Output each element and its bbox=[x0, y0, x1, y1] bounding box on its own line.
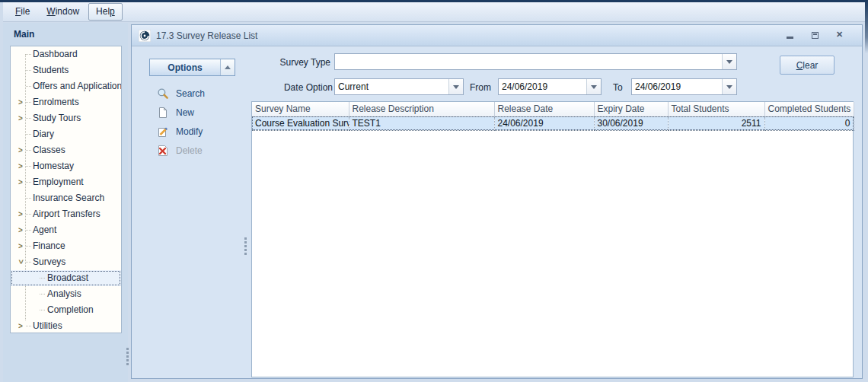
sidebar-item-diary[interactable]: Diary bbox=[11, 126, 121, 142]
chevron-down-icon bbox=[726, 60, 732, 64]
date-option-input[interactable] bbox=[335, 79, 448, 94]
options-splitter-handle[interactable] bbox=[244, 237, 247, 255]
chevron-right-icon: > bbox=[15, 238, 26, 254]
chevron-down-icon bbox=[726, 85, 732, 89]
restore-icon[interactable] bbox=[811, 31, 820, 40]
survey-release-grid: Survey Name Release Description Release … bbox=[251, 101, 854, 377]
column-header-expiry-date[interactable]: Expiry Date bbox=[594, 102, 668, 116]
sidebar-title: Main bbox=[3, 23, 128, 45]
sidebar-item-enrolments[interactable]: >Enrolments bbox=[11, 94, 121, 110]
chevron-right-icon: > bbox=[15, 94, 26, 110]
close-icon[interactable] bbox=[836, 31, 845, 40]
chevron-down-icon bbox=[591, 85, 597, 89]
cell-expiry-date: 30/06/2019 bbox=[594, 116, 668, 130]
sidebar: Main Dashboard Students Offers and Appli… bbox=[3, 23, 128, 382]
cell-release-description: TEST1 bbox=[349, 116, 494, 130]
sidebar-item-airport-transfers[interactable]: >Airport Transfers bbox=[11, 206, 121, 222]
app-window: File Window Help Main Dashboard Students… bbox=[0, 0, 868, 382]
sidebar-item-classes[interactable]: >Classes bbox=[11, 142, 121, 158]
window-controls bbox=[786, 31, 862, 40]
chevron-right-icon: > bbox=[15, 158, 26, 174]
survey-logo-icon bbox=[139, 30, 151, 42]
survey-release-list-panel: 17.3 Survey Release List Options bbox=[131, 24, 863, 379]
sidebar-item-dashboard[interactable]: Dashboard bbox=[11, 46, 121, 62]
to-date-input[interactable] bbox=[632, 79, 722, 94]
menu-help[interactable]: Help bbox=[88, 3, 123, 21]
sidebar-item-broadcast[interactable]: Broadcast bbox=[11, 270, 121, 286]
chevron-right-icon: > bbox=[15, 222, 26, 238]
survey-type-combo bbox=[334, 53, 737, 70]
table-row[interactable]: Course Evaluation Survey TEST1 24/06/201… bbox=[252, 116, 854, 130]
sidebar-item-students[interactable]: Students bbox=[11, 62, 121, 78]
search-icon bbox=[157, 88, 169, 100]
menu-file[interactable]: File bbox=[8, 3, 37, 21]
chevron-down-icon bbox=[453, 85, 459, 89]
date-option-combo bbox=[334, 78, 464, 95]
workspace: Main Dashboard Students Offers and Appli… bbox=[3, 23, 868, 382]
survey-type-label: Survey Type bbox=[254, 57, 330, 68]
menu-bar: File Window Help bbox=[3, 2, 868, 22]
sidebar-item-homestay[interactable]: >Homestay bbox=[11, 158, 121, 174]
chevron-right-icon: > bbox=[15, 206, 26, 222]
sidebar-splitter-handle[interactable] bbox=[126, 348, 129, 365]
sidebar-item-completion[interactable]: Completion bbox=[11, 302, 121, 318]
chevron-right-icon: > bbox=[15, 174, 26, 190]
column-header-completed-students[interactable]: Completed Students bbox=[764, 102, 854, 116]
options-panel-label: Options bbox=[150, 62, 220, 73]
modify-button[interactable]: Modify bbox=[157, 126, 203, 138]
cell-release-date: 24/06/2019 bbox=[494, 116, 594, 130]
options-panel-header[interactable]: Options bbox=[149, 59, 235, 76]
column-header-release-description[interactable]: Release Description bbox=[349, 102, 494, 116]
sidebar-item-insurance-search[interactable]: Insurance Search bbox=[11, 190, 121, 206]
to-label: To bbox=[613, 82, 623, 93]
chevron-right-icon: > bbox=[15, 318, 26, 333]
minimize-icon[interactable] bbox=[786, 31, 795, 40]
menu-help-label: Hel bbox=[96, 6, 110, 17]
grid-header-row: Survey Name Release Description Release … bbox=[252, 102, 854, 116]
new-button[interactable]: New bbox=[157, 107, 194, 119]
date-option-dropdown-button[interactable] bbox=[448, 79, 463, 94]
cell-survey-name: Course Evaluation Survey bbox=[252, 116, 349, 130]
date-option-label: Date Option bbox=[254, 82, 333, 93]
options-collapse-button[interactable] bbox=[220, 59, 235, 75]
chevron-right-icon: > bbox=[15, 110, 26, 126]
from-date-field bbox=[498, 78, 602, 95]
sidebar-item-agent[interactable]: >Agent bbox=[11, 222, 121, 238]
sidebar-item-employment[interactable]: >Employment bbox=[11, 174, 121, 190]
search-button[interactable]: Search bbox=[157, 88, 205, 100]
sidebar-item-utilities[interactable]: >Utilities bbox=[11, 318, 121, 333]
from-date-dropdown-button[interactable] bbox=[586, 79, 601, 94]
panel-title-bar: 17.3 Survey Release List bbox=[132, 25, 862, 46]
sidebar-item-analysis[interactable]: Analysis bbox=[11, 286, 121, 302]
window-frame-right bbox=[865, 0, 868, 53]
clear-button[interactable]: Clear bbox=[780, 56, 834, 75]
survey-type-dropdown-button[interactable] bbox=[722, 54, 736, 69]
to-date-field bbox=[631, 78, 737, 95]
from-label: From bbox=[470, 82, 491, 93]
menu-window[interactable]: Window bbox=[39, 3, 87, 21]
sidebar-item-surveys[interactable]: >Surveys bbox=[11, 254, 121, 270]
column-header-survey-name[interactable]: Survey Name bbox=[252, 102, 349, 116]
panel-title: 17.3 Survey Release List bbox=[156, 30, 257, 41]
new-document-icon bbox=[157, 107, 169, 119]
to-date-dropdown-button[interactable] bbox=[722, 79, 736, 94]
from-date-input[interactable] bbox=[499, 79, 586, 94]
sidebar-nav-list: Dashboard Students Offers and Applicatio… bbox=[10, 46, 122, 333]
cell-total-students: 2511 bbox=[668, 116, 764, 130]
survey-type-input[interactable] bbox=[335, 54, 722, 69]
chevron-right-icon: > bbox=[15, 142, 26, 158]
cell-completed-students: 0 bbox=[764, 116, 854, 130]
delete-document-icon bbox=[157, 145, 169, 157]
column-header-total-students[interactable]: Total Students bbox=[668, 102, 764, 116]
column-header-release-date[interactable]: Release Date bbox=[494, 102, 594, 116]
chevron-up-icon bbox=[225, 65, 231, 69]
sidebar-item-finance[interactable]: >Finance bbox=[11, 238, 121, 254]
modify-document-icon bbox=[157, 126, 169, 138]
delete-button[interactable]: Delete bbox=[157, 145, 203, 157]
sidebar-item-study-tours[interactable]: >Study Tours bbox=[11, 110, 121, 126]
panel-body: Options Search New bbox=[132, 46, 861, 378]
sidebar-item-offers-and-applications[interactable]: Offers and Applications bbox=[11, 78, 121, 94]
